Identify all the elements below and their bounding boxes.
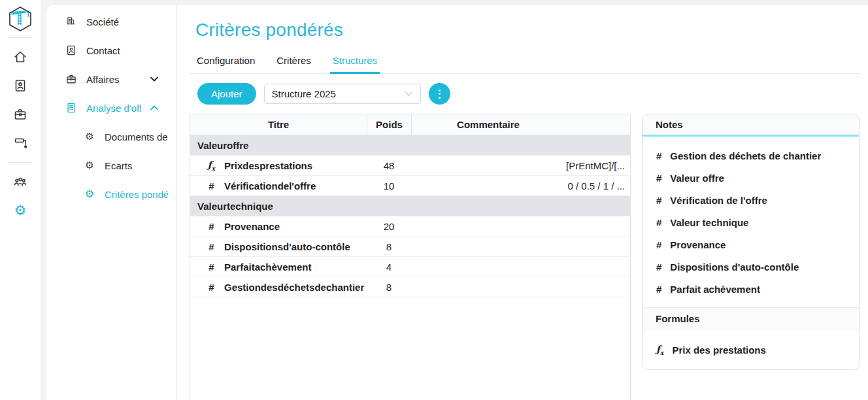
briefcase-icon: [65, 73, 77, 85]
table-group-header: Valeurtechnique: [190, 196, 630, 216]
table-row[interactable]: #Vérificationdel'offre100 / 0.5 / 1 / ..…: [190, 176, 630, 196]
tab-structures[interactable]: Structures: [331, 52, 378, 73]
cell-titre: ƒxPrixdesprestations: [190, 156, 367, 175]
hash-icon: #: [656, 239, 661, 250]
table-row[interactable]: ƒxPrixdesprestations48[PrEntMC]/[...: [190, 156, 630, 176]
note-label: Provenance: [670, 239, 726, 250]
formula-icon: ƒx: [208, 159, 215, 172]
note-label: Valeur offre: [670, 173, 724, 184]
building-icon: [65, 16, 77, 27]
note-item[interactable]: #Valeur offre: [643, 167, 859, 189]
sidebar-item-ecarts[interactable]: ⚙Ecarts: [46, 151, 176, 180]
chevron-down-icon: [405, 91, 413, 97]
note-item[interactable]: #Vérification de l'offre: [643, 189, 859, 211]
hash-icon: #: [656, 261, 661, 273]
note-item[interactable]: #Parfait achèvement: [643, 278, 859, 300]
gear-icon: ⚙: [84, 132, 95, 142]
kebab-menu-icon: [439, 90, 441, 99]
criteria-table: TitrePoidsCommentaire ValeuroffreƒxPrixd…: [190, 114, 631, 400]
cell-titre: #Gestiondesdéchetsdechantier: [190, 277, 367, 297]
column-header-titre: Titre: [190, 114, 367, 135]
column-header-poids: Poids: [367, 114, 411, 135]
home-icon[interactable]: [6, 42, 35, 71]
contact-card-icon[interactable]: [6, 71, 35, 100]
hash-icon: #: [656, 150, 661, 161]
cell-poids: 48: [367, 156, 411, 175]
sidebar-item-label: Affaires: [86, 74, 120, 85]
table-row[interactable]: #Parfaitachèvement4: [190, 257, 630, 277]
gear-icon: ⚙: [84, 161, 95, 171]
tab-bar: ConfigurationCritèresStructures: [190, 52, 860, 74]
hash-icon: #: [656, 173, 661, 184]
sidebar-item-label: Documents de...: [105, 131, 168, 142]
notes-section-header: Notes: [643, 114, 859, 137]
contact-card-icon: [65, 44, 77, 56]
cell-poids: 8: [367, 237, 411, 256]
sidebar-item-label: Société: [86, 16, 119, 27]
table-row[interactable]: #Provenance20: [190, 216, 630, 237]
add-button[interactable]: Ajouter: [197, 83, 256, 105]
sidebar-menu: SociétéContactAffairesAnalyse d'offre⚙Do…: [46, 5, 176, 400]
formules-section-header: Formules: [643, 307, 859, 329]
sidebar-item-contact[interactable]: Contact: [46, 36, 176, 65]
chevron-up-icon: [150, 105, 158, 110]
hash-icon: #: [209, 261, 214, 273]
table-row[interactable]: #Gestiondesdéchetsdechantier8: [190, 277, 630, 297]
logo-icon: [7, 5, 34, 33]
content-shell: SociétéContactAffairesAnalyse d'offre⚙Do…: [46, 5, 868, 400]
icon-rail: ⚙: [0, 0, 41, 400]
gear-icon: ⚙: [84, 189, 95, 199]
tab-configuration[interactable]: Configuration: [195, 52, 256, 73]
sidebar-item-crit-res-pond[interactable]: ⚙Critères pondé...: [46, 180, 176, 208]
paint-roller-icon[interactable]: [6, 129, 35, 158]
formule-item[interactable]: ƒxPrix des prestations: [643, 329, 859, 370]
more-actions-button[interactable]: [429, 83, 450, 105]
note-item[interactable]: #Provenance: [643, 233, 859, 256]
sidebar-item-label: Analyse d'offre: [86, 103, 141, 114]
app-shell: ⚙ SociétéContactAffairesAnalyse d'offre⚙…: [0, 0, 868, 400]
team-icon[interactable]: [6, 167, 35, 196]
cell-poids: 8: [367, 277, 411, 297]
cell-poids: 20: [367, 216, 411, 236]
note-label: Parfait achèvement: [670, 284, 760, 295]
hash-icon: #: [209, 180, 214, 192]
sidebar-item-soci-t[interactable]: Société: [46, 7, 176, 36]
chevron-down-icon: [150, 76, 158, 82]
sidebar-item-analyse-d-offre[interactable]: Analyse d'offre: [46, 93, 176, 122]
document-icon: [65, 102, 77, 114]
sidebar-item-label: Critères pondé...: [105, 189, 168, 200]
column-header-commentaire: Commentaire: [411, 114, 630, 135]
cell-titre: #Provenance: [190, 216, 367, 236]
sidebar-item-affaires[interactable]: Affaires: [46, 65, 176, 93]
main-content: Critères pondérés ConfigurationCritèresS…: [176, 5, 868, 400]
cell-commentaire: [411, 216, 630, 236]
settings-gear-icon[interactable]: ⚙: [6, 196, 35, 225]
structure-select-value: Structure 2025: [272, 88, 336, 99]
note-label: Vérification de l'offre: [670, 195, 767, 206]
briefcase-icon[interactable]: [6, 100, 35, 129]
sidebar-item-documents-de[interactable]: ⚙Documents de...: [46, 122, 176, 151]
page-title: Critères pondérés: [195, 20, 860, 41]
formula-icon: ƒx: [656, 344, 663, 356]
table-row[interactable]: #Dispositionsd'auto-contôle8: [190, 237, 630, 257]
note-item[interactable]: #Gestion des déchets de chantier: [643, 144, 859, 167]
sidebar-item-label: Contact: [86, 45, 120, 56]
formule-label: Prix des prestations: [672, 344, 765, 356]
hash-icon: #: [209, 282, 214, 293]
note-label: Dispositions d'auto-contôle: [670, 261, 799, 273]
cell-poids: 10: [367, 176, 411, 195]
formules-list: ƒxPrix des prestations: [643, 329, 859, 370]
notes-list: #Gestion des déchets de chantier#Valeur …: [643, 137, 859, 300]
tab-critères[interactable]: Critères: [275, 52, 312, 73]
cell-commentaire: [411, 257, 630, 276]
hash-icon: #: [209, 221, 214, 232]
toolbar: Ajouter Structure 2025: [197, 83, 860, 105]
structure-select[interactable]: Structure 2025: [264, 84, 421, 104]
cell-commentaire: [411, 237, 630, 256]
rail-divider: [8, 37, 33, 38]
hash-icon: #: [656, 217, 661, 228]
note-item[interactable]: #Valeur technique: [643, 211, 859, 233]
notes-panel: Notes #Gestion des déchets de chantier#V…: [642, 114, 860, 370]
table-header-row: TitrePoidsCommentaire: [190, 114, 630, 135]
note-item[interactable]: #Dispositions d'auto-contôle: [643, 256, 859, 278]
